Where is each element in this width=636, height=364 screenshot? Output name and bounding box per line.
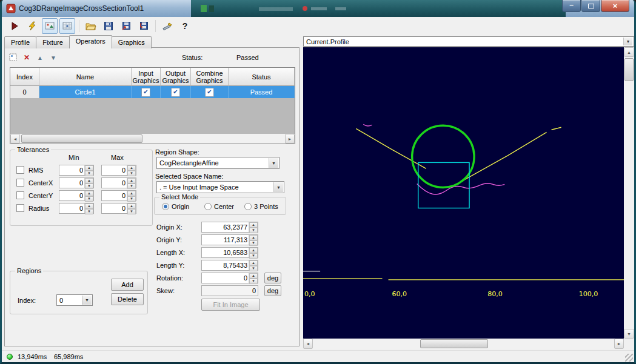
spin-down-icon[interactable]: ▼ xyxy=(85,196,93,202)
resize-grip[interactable] xyxy=(625,354,633,362)
new-operator-button[interactable] xyxy=(7,51,19,64)
spin-down-icon[interactable]: ▼ xyxy=(249,253,258,259)
title-bar[interactable]: Cog3DRangeImageCrossSectionTool1 – × xyxy=(2,0,634,18)
skew-input[interactable] xyxy=(202,286,258,296)
move-down-button[interactable]: ▼ xyxy=(47,51,59,64)
revert-button[interactable] xyxy=(136,18,152,34)
spin-up-icon[interactable]: ▲ xyxy=(127,178,136,184)
image-view-toggle-b[interactable] xyxy=(59,18,75,34)
rms-min-spinner[interactable]: ▲▼ xyxy=(59,165,94,176)
close-button[interactable]: × xyxy=(601,0,629,12)
col-header-status[interactable]: Status xyxy=(229,68,295,86)
scroll-left-button[interactable]: ◄ xyxy=(303,339,313,349)
scroll-down-button[interactable]: ▼ xyxy=(624,329,634,339)
spin-down-icon[interactable]: ▼ xyxy=(127,209,136,214)
centery-min-spinner[interactable]: ▲▼ xyxy=(59,190,94,201)
rms-max-spinner[interactable]: ▲▼ xyxy=(101,165,136,176)
col-header-index[interactable]: Index xyxy=(10,68,39,86)
spin-up-icon[interactable]: ▲ xyxy=(85,178,93,184)
cell-index[interactable]: 0 xyxy=(10,86,39,98)
centerx-max-input[interactable] xyxy=(102,178,127,188)
spin-up-icon[interactable]: ▲ xyxy=(85,191,93,196)
centerx-min-spinner[interactable]: ▲▼ xyxy=(59,177,94,188)
spin-down-icon[interactable]: ▼ xyxy=(249,228,258,233)
length-x-input[interactable] xyxy=(202,248,249,257)
skew-field[interactable] xyxy=(201,285,258,296)
display-vscrollbar[interactable]: ▲ ▼ xyxy=(624,47,634,339)
centerx-min-input[interactable] xyxy=(59,178,84,188)
spin-down-icon[interactable]: ▼ xyxy=(249,279,258,284)
col-header-output-graphics[interactable]: Output Graphics xyxy=(161,68,191,86)
radius-min-spinner[interactable]: ▲▼ xyxy=(59,203,94,214)
checkbox-output-graphics[interactable]: ✔ xyxy=(171,88,180,97)
origin-y-spinner[interactable]: ▲▼ xyxy=(201,234,258,245)
spin-up-icon[interactable]: ▲ xyxy=(249,235,258,240)
col-header-input-graphics[interactable]: Input Graphics xyxy=(132,68,161,86)
centery-max-input[interactable] xyxy=(102,191,127,200)
scroll-right-button[interactable]: ► xyxy=(614,339,624,349)
rotation-spinner[interactable]: ▲▼ xyxy=(201,273,258,283)
tab-graphics[interactable]: Graphics xyxy=(112,36,152,48)
cell-input-graphics[interactable]: ✔ xyxy=(132,86,161,98)
col-header-name[interactable]: Name xyxy=(39,68,132,86)
move-up-button[interactable]: ▲ xyxy=(34,51,46,64)
help-button[interactable]: ? xyxy=(177,18,193,34)
spin-up-icon[interactable]: ▲ xyxy=(249,273,258,279)
space-name-dropdown[interactable]: . = Use Input Image Space ▼ xyxy=(156,181,284,193)
save-button[interactable] xyxy=(101,18,116,34)
spin-down-icon[interactable]: ▼ xyxy=(127,196,136,202)
spin-up-icon[interactable]: ▲ xyxy=(85,165,93,171)
skew-deg-button[interactable]: deg xyxy=(264,285,281,296)
spin-up-icon[interactable]: ▲ xyxy=(127,191,136,196)
length-x-spinner[interactable]: ▲▼ xyxy=(201,247,258,258)
tab-fixture[interactable]: Fixture xyxy=(36,36,70,48)
run-button[interactable] xyxy=(7,18,22,34)
centerx-checkbox[interactable] xyxy=(16,179,24,187)
spin-up-icon[interactable]: ▲ xyxy=(127,204,136,209)
tab-operators[interactable]: Operators xyxy=(69,35,112,48)
length-y-spinner[interactable]: ▲▼ xyxy=(201,260,258,271)
origin-y-input[interactable] xyxy=(202,235,249,245)
tool-edit-button[interactable] xyxy=(159,18,175,34)
delete-region-button[interactable]: Delete xyxy=(111,293,144,305)
spin-down-icon[interactable]: ▼ xyxy=(85,171,93,176)
centerx-max-spinner[interactable]: ▲▼ xyxy=(101,177,136,188)
minimize-button[interactable]: – xyxy=(562,0,581,12)
spin-down-icon[interactable]: ▼ xyxy=(249,266,258,271)
scroll-left-button[interactable]: ◄ xyxy=(10,134,20,144)
spin-up-icon[interactable]: ▲ xyxy=(249,248,258,253)
spin-down-icon[interactable]: ▼ xyxy=(127,184,136,189)
radius-max-input[interactable] xyxy=(102,204,127,213)
scroll-right-button[interactable]: ► xyxy=(285,134,295,144)
rotation-input[interactable] xyxy=(202,273,249,283)
grid-hscroll-thumb[interactable] xyxy=(21,134,142,143)
spin-up-icon[interactable]: ▲ xyxy=(249,222,258,228)
table-row[interactable]: 0 Circle1 ✔ ✔ ✔ Passed xyxy=(10,86,295,98)
cell-output-graphics[interactable]: ✔ xyxy=(161,86,191,98)
display-hscroll-thumb[interactable] xyxy=(420,339,488,348)
centery-min-input[interactable] xyxy=(59,191,84,200)
radius-max-spinner[interactable]: ▲▼ xyxy=(101,203,136,214)
display-hscrollbar[interactable]: ◄ ► xyxy=(303,339,624,349)
radius-checkbox[interactable] xyxy=(16,204,24,212)
spin-up-icon[interactable]: ▲ xyxy=(127,165,136,171)
grid-hscrollbar[interactable]: ◄ ► xyxy=(10,134,295,144)
cell-combine-graphics[interactable]: ✔ xyxy=(191,86,229,98)
spin-up-icon[interactable]: ▲ xyxy=(249,260,258,266)
spin-up-icon[interactable]: ▲ xyxy=(85,204,93,209)
display-vscroll-thumb[interactable] xyxy=(624,58,634,81)
origin-x-spinner[interactable]: ▲▼ xyxy=(201,222,258,233)
tab-profile[interactable]: Profile xyxy=(4,36,36,48)
rotation-deg-button[interactable]: deg xyxy=(264,273,281,283)
region-index-dropdown[interactable]: 0 ▼ xyxy=(56,294,93,306)
origin-radio[interactable] xyxy=(162,203,169,210)
rms-checkbox[interactable] xyxy=(16,166,24,174)
save-as-button[interactable] xyxy=(118,18,134,34)
scroll-up-button[interactable]: ▲ xyxy=(624,47,634,57)
rms-max-input[interactable] xyxy=(102,165,127,175)
fit-in-image-button[interactable]: Fit In Image xyxy=(201,299,260,311)
image-view-toggle-a[interactable] xyxy=(42,18,58,34)
origin-x-input[interactable] xyxy=(202,222,249,232)
profile-display[interactable]: 0,0 60,0 80,0 100,0 xyxy=(303,47,624,339)
radius-min-input[interactable] xyxy=(59,204,84,213)
